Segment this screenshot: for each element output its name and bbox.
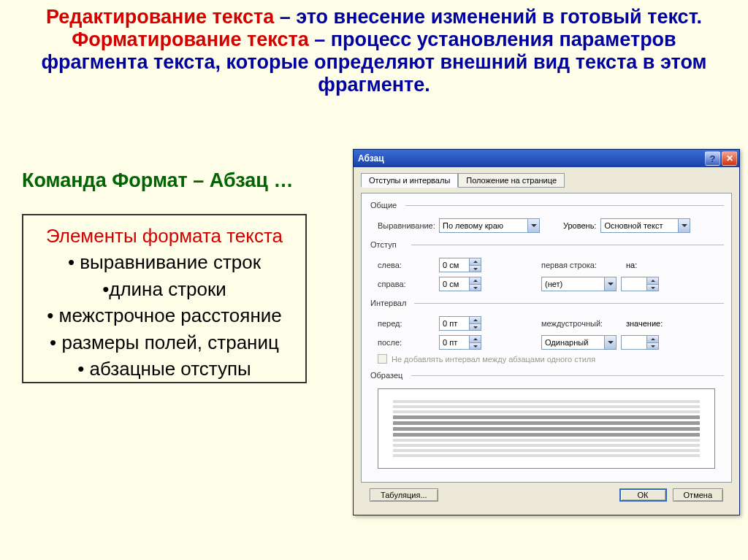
label-right: справа: [378,280,435,288]
titlebar[interactable]: Абзац ? ✕ [354,150,739,167]
alignment-input[interactable] [440,219,527,232]
dropdown-icon[interactable] [604,277,616,291]
ok-button[interactable]: ОК [619,488,667,502]
cancel-button[interactable]: Отмена [673,488,723,502]
spin-up-icon[interactable] [469,277,481,284]
label-firstline: первая строка: [541,261,622,269]
level-input[interactable] [601,219,678,232]
value-input[interactable] [622,336,646,349]
before-input[interactable] [440,317,469,330]
dropdown-icon[interactable] [527,219,539,232]
indent-right-spin[interactable] [439,277,481,291]
after-input[interactable] [440,336,469,349]
label-level: Уровень: [563,221,596,230]
checkbox-label: Не добавлять интервал между абзацами одн… [392,355,595,364]
help-button[interactable]: ? [705,151,720,166]
spin-down-icon[interactable] [469,284,481,291]
firstline-combo[interactable] [541,277,617,291]
list-item: размеры полей, страниц [61,331,278,353]
elements-box: Элементы формата текста • выравнивание с… [22,214,307,383]
spin-up-icon[interactable] [469,317,481,323]
linespacing-input[interactable] [542,336,604,349]
no-space-checkbox[interactable] [378,354,387,364]
list-item: длина строки [109,278,226,300]
spin-up-icon[interactable] [646,277,658,284]
label-linespacing: междустрочный: [541,319,622,328]
elements-list: • выравнивание строк •длина строки • меж… [26,249,302,382]
label-on: на: [626,261,641,269]
spin-down-icon[interactable] [469,342,481,349]
label-before: перед: [378,319,435,328]
firstline-on-spin[interactable] [621,277,659,291]
headline-def1: – это внесение изменений в готовый текст… [274,6,702,28]
firstline-input[interactable] [542,277,604,291]
spin-up-icon[interactable] [469,258,481,265]
dropdown-icon[interactable] [678,219,690,232]
label-alignment: Выравнивание: [378,221,435,230]
level-combo[interactable] [600,218,690,233]
indent-left-spin[interactable] [439,258,481,272]
close-icon: ✕ [726,153,733,164]
label-value: значение: [626,319,663,328]
value-spin[interactable] [621,335,659,350]
linespacing-combo[interactable] [541,335,617,350]
headline-term1: Редактирование текста [46,6,274,28]
headline: Редактирование текста – это внесение изм… [22,6,726,96]
after-spin[interactable] [439,335,481,350]
elements-title: Элементы формата текста [26,223,302,249]
spin-up-icon[interactable] [469,336,481,342]
list-item: выравнивание строк [80,251,261,273]
alignment-combo[interactable] [439,218,540,233]
paragraph-dialog: Абзац ? ✕ Отступы и интервалы Положение … [353,149,740,515]
firstline-on-input[interactable] [622,277,646,291]
dialog-title: Абзац [358,153,384,164]
indent-right-input[interactable] [440,277,469,291]
tab-indents[interactable]: Отступы и интервалы [361,173,458,188]
label-after: после: [378,338,435,347]
close-button[interactable]: ✕ [722,151,737,166]
spin-down-icon[interactable] [469,265,481,272]
spin-down-icon[interactable] [646,284,658,291]
tab-position[interactable]: Положение на странице [458,173,565,188]
indent-left-input[interactable] [440,258,469,272]
before-spin[interactable] [439,316,481,331]
label-left: слева: [378,261,435,269]
dropdown-icon[interactable] [604,336,616,349]
spin-down-icon[interactable] [646,342,658,349]
spin-down-icon[interactable] [469,323,481,330]
headline-term2: Форматирование текста [72,28,308,50]
list-item: межстрочное расстояние [59,304,282,326]
spin-up-icon[interactable] [646,336,658,342]
list-item: абзацные отступы [90,358,251,380]
preview-box [378,388,715,469]
tabs-button[interactable]: Табуляция... [370,488,438,502]
